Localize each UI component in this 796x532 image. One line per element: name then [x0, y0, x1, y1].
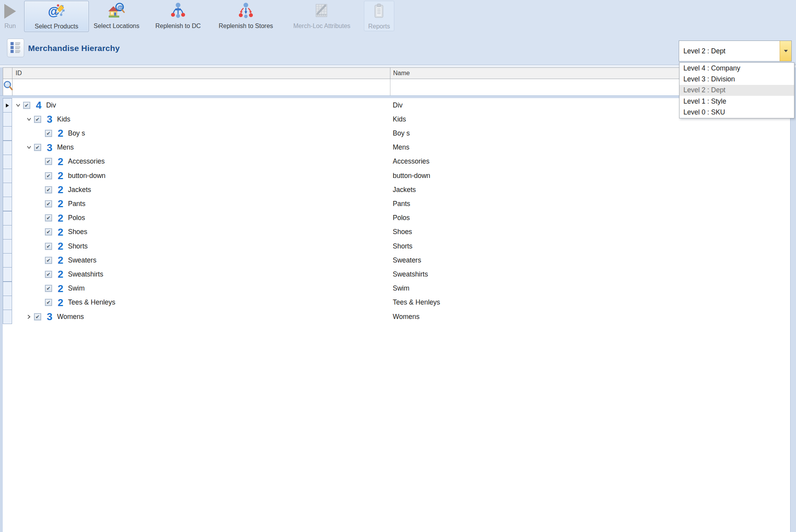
level-dropdown-list: Level 4 : CompanyLevel 3 : DivisionLevel…	[679, 62, 794, 118]
tree-row-mens[interactable]: ✔3MensMens	[3, 141, 790, 155]
level-number: 2	[58, 213, 63, 223]
dropdown-option[interactable]: Level 0 : SKU	[680, 107, 794, 118]
expander-spacer	[37, 272, 42, 277]
row-checkbox[interactable]: ✔	[45, 173, 52, 179]
row-name-label: Tees & Henleys	[390, 296, 440, 310]
collapse-chevron-icon[interactable]	[16, 103, 21, 108]
row-id-label: Jackets	[68, 186, 91, 194]
row-id-label: Sweatshirts	[68, 270, 103, 278]
row-checkbox[interactable]: ✔	[45, 271, 52, 278]
dropdown-option[interactable]: Level 4 : Company	[680, 63, 794, 74]
selected-level-value: Level 2 : Dept	[683, 41, 725, 61]
row-checkbox[interactable]: ✔	[45, 130, 52, 137]
expander-spacer	[37, 131, 42, 136]
expander-spacer	[37, 201, 42, 206]
row-name-label: button-down	[390, 169, 430, 183]
collapse-chevron-icon[interactable]	[26, 117, 32, 122]
row-id-label: Womens	[57, 313, 84, 321]
tree-row-womens[interactable]: ✔3WomensWomens	[3, 310, 790, 324]
row-checkbox[interactable]: ✔	[45, 299, 52, 306]
level-number: 2	[58, 199, 63, 209]
tree-row-kids[interactable]: ✔3KidsKids	[3, 112, 790, 126]
row-name-label: Accessories	[390, 155, 429, 169]
row-checkbox[interactable]: ✔	[34, 116, 41, 123]
row-id-label: Shoes	[68, 228, 87, 236]
level-number: 2	[58, 284, 63, 294]
tree-row-sweatshirts[interactable]: ✔2SweatshirtsSweatshirts	[3, 267, 790, 281]
row-name-label: Sweatshirts	[390, 267, 428, 281]
chevron-down-icon	[784, 50, 788, 52]
hierarchy-level-select[interactable]: Level 2 : Dept	[679, 41, 792, 62]
tree-row-button-down[interactable]: ✔2button-downbutton-down	[3, 169, 790, 183]
tree-row-jackets[interactable]: ✔2JacketsJackets	[3, 183, 790, 197]
level-number: 3	[47, 312, 52, 322]
row-name-label: Pants	[390, 197, 410, 211]
row-name-label: Div	[390, 98, 402, 112]
row-id-label: Swim	[68, 284, 85, 292]
tree-row-shoes[interactable]: ✔2ShoesShoes	[3, 225, 790, 239]
level-number: 2	[58, 157, 63, 167]
level-number: 2	[58, 255, 63, 265]
tree-row-polos[interactable]: ✔2PolosPolos	[3, 211, 790, 225]
row-checkbox[interactable]: ✔	[45, 257, 52, 264]
row-name-label: Shorts	[390, 239, 413, 253]
tree-row-div[interactable]: ✔4DivDiv	[3, 98, 790, 112]
row-id-label: Sweaters	[68, 256, 96, 264]
app-window: Run @ Select Products	[0, 0, 796, 532]
level-number: 3	[47, 143, 52, 153]
row-checkbox[interactable]: ✔	[45, 229, 52, 235]
level-number: 4	[36, 100, 41, 110]
tree-row-shorts[interactable]: ✔2ShortsShorts	[3, 239, 790, 253]
expand-chevron-icon[interactable]	[26, 314, 32, 319]
row-id-label: Kids	[57, 115, 70, 123]
row-id-label: Accessories	[68, 157, 104, 166]
level-number: 2	[58, 227, 63, 237]
row-checkbox[interactable]: ✔	[45, 285, 52, 292]
row-checkbox[interactable]: ✔	[45, 215, 52, 221]
row-name-label: Swim	[390, 282, 409, 296]
row-id-label: Pants	[68, 200, 85, 208]
row-name-label: Jackets	[390, 183, 416, 197]
row-id-label: Mens	[57, 143, 74, 151]
tree-row-pants[interactable]: ✔2PantsPants	[3, 197, 790, 211]
row-checkbox[interactable]: ✔	[45, 158, 52, 165]
tree-row-boy-s[interactable]: ✔2Boy sBoy s	[3, 126, 790, 140]
row-name-label: Boy s	[390, 126, 410, 140]
combo-dropdown-button[interactable]	[780, 41, 791, 61]
row-name-label: Kids	[390, 112, 406, 126]
expander-spacer	[37, 229, 42, 234]
level-number: 2	[58, 298, 63, 308]
dropdown-option[interactable]: Level 1 : Style	[680, 96, 794, 107]
level-number: 2	[58, 241, 63, 251]
row-name-label: Polos	[390, 211, 410, 225]
tree-row-accessories[interactable]: ✔2AccessoriesAccessories	[3, 155, 790, 169]
tree-row-tees-henleys[interactable]: ✔2Tees & HenleysTees & Henleys	[3, 296, 790, 310]
row-checkbox[interactable]: ✔	[34, 314, 41, 320]
level-number: 2	[58, 185, 63, 195]
row-checkbox[interactable]: ✔	[34, 144, 41, 151]
level-number: 3	[47, 114, 52, 124]
expander-spacer	[37, 159, 42, 164]
expander-spacer	[37, 300, 42, 305]
tree-row-swim[interactable]: ✔2SwimSwim	[3, 282, 790, 296]
row-checkbox[interactable]: ✔	[45, 187, 52, 193]
row-checkbox[interactable]: ✔	[45, 201, 52, 207]
expander-spacer	[37, 244, 42, 249]
expander-spacer	[37, 187, 42, 192]
row-id-label: Shorts	[68, 242, 88, 250]
row-checkbox[interactable]: ✔	[45, 243, 52, 250]
level-number: 2	[58, 128, 63, 138]
collapse-chevron-icon[interactable]	[26, 145, 32, 150]
expander-spacer	[37, 286, 42, 291]
dropdown-option[interactable]: Level 3 : Division	[680, 74, 794, 85]
row-name-label: Shoes	[390, 225, 412, 239]
tree-body: ✔4DivDiv✔3KidsKids✔2Boy sBoy s✔3MensMens…	[0, 0, 796, 532]
tree-row-sweaters[interactable]: ✔2SweatersSweaters	[3, 253, 790, 267]
row-checkbox[interactable]: ✔	[23, 102, 30, 109]
dropdown-option[interactable]: Level 2 : Dept	[680, 85, 794, 96]
expander-spacer	[37, 258, 42, 263]
row-name-label: Mens	[390, 141, 409, 155]
row-id-label: Boy s	[68, 129, 85, 137]
row-id-label: Div	[46, 101, 56, 109]
row-id-label: Tees & Henleys	[68, 298, 115, 307]
